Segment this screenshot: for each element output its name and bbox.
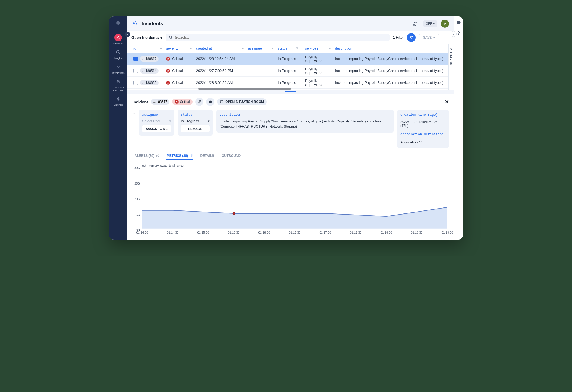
status-select[interactable]: In Progress▾ [181,119,210,123]
svg-point-6 [117,80,120,83]
correlation-link[interactable]: Application [400,140,446,145]
tab-details[interactable]: DETAILS [200,152,214,160]
col-severity[interactable]: severity [166,46,178,50]
status-label: status [181,113,210,117]
chart-title: host_memory_swap_total_bytes [141,164,184,167]
page-title: Incidents [142,21,163,27]
creation-value: 2022/11/28 12:54:24 AM (17h) [400,120,446,128]
creation-label: creation time (age) [400,113,446,117]
col-services[interactable]: services [305,46,318,50]
col-created[interactable]: created at [196,46,212,50]
collapse-right-rail-button[interactable]: ‹ [451,31,457,37]
table-header-row: id≡ severity≡ created at≡ assignee≡ stat… [127,44,454,53]
incidents-table: id≡ severity≡ created at≡ assignee≡ stat… [127,44,454,90]
search-input[interactable] [175,35,386,39]
horizontal-scrollbar[interactable] [198,88,291,90]
view-selector[interactable]: Open Incidents▾ [131,35,162,40]
close-detail-button[interactable]: ✕ [445,99,449,105]
svg-point-8 [133,22,135,24]
list-toolbar: Open Incidents▾ 1 Filter SAVE▾ ⋮ [127,31,454,44]
incidents-brand-icon [132,20,138,27]
svg-point-12 [220,100,221,101]
search-box[interactable] [166,34,390,41]
col-description[interactable]: description [335,46,352,50]
refresh-button[interactable] [411,19,420,28]
description-card: description Incident impacting Payroll, … [216,110,394,133]
resolve-button[interactable]: RESOLVE [181,125,210,132]
filters-side-tab[interactable]: FILTERS [448,44,454,90]
link-button[interactable] [195,98,203,106]
nav-item-insights[interactable]: Insights [112,47,124,62]
nav-item-correlate[interactable]: Correlate &Automate [112,76,124,94]
left-nav-rail: › IncidentsInsightsIntegrationsCorrelate… [109,16,127,240]
col-id[interactable]: id [133,46,136,50]
more-menu-button[interactable]: ⋮ [442,34,450,41]
incident-detail-panel: Incident …188617 ✕Critical OPEN SITUATIO… [127,94,454,240]
search-icon [169,36,173,39]
filter-button[interactable] [407,33,416,42]
brand-logo-icon [115,20,121,26]
nav-item-integrations[interactable]: Integrations [112,62,124,76]
topbar: Incidents OFF ▾ P [127,16,454,31]
svg-point-15 [223,103,223,103]
status-card: status In Progress▾ RESOLVE [178,110,213,136]
assignee-card: assignee Select User▾ ASSIGN TO ME [139,110,174,136]
svg-point-14 [220,103,221,103]
svg-point-9 [135,21,136,22]
detail-title: Incident [132,100,148,104]
svg-point-10 [136,23,137,24]
svg-point-7 [118,81,119,82]
tab-alerts[interactable]: ALERTS (39) [134,152,160,160]
save-view-button[interactable]: SAVE▾ [419,34,439,41]
svg-point-2 [118,38,120,39]
meta-card: creation time (age) 2022/11/28 12:54:24 … [397,110,449,148]
detail-severity-chip: ✕Critical [172,99,193,105]
help-icon[interactable]: ? [457,31,460,36]
autorefresh-toggle[interactable]: OFF ▾ [423,20,437,27]
expand-rail-button[interactable]: › [125,32,130,37]
svg-point-13 [223,100,223,101]
panel-resize-handle[interactable] [127,90,454,93]
description-text: Incident impacting Payroll, SupplyChain … [220,119,391,129]
chat-icon[interactable] [456,20,461,26]
row-checkbox[interactable] [133,69,138,73]
right-aux-rail: ? [454,16,463,240]
description-label: description [220,113,391,117]
correlation-label: correlation definition [400,133,446,136]
detail-tabs: ALERTS (39)METRICS (38)DETAILSOUTBOUND [132,152,449,160]
row-checkbox[interactable] [133,81,138,85]
assignee-label: assignee [142,113,171,117]
table-row[interactable]: …188655✕Critical2022/11/28 3:01:52 AMIn … [127,77,454,89]
table-row[interactable]: …188514✕Critical2022/11/27 7:00:52 PMIn … [127,65,454,77]
svg-point-11 [169,36,172,38]
filter-count-label: 1 Filter [393,35,404,39]
comment-button[interactable] [206,98,214,106]
nav-item-settings[interactable]: Settings [112,93,124,108]
collapse-detail-button[interactable]: ⌄ [132,110,136,115]
id-chip: …188514 [140,68,159,74]
col-status[interactable]: status [278,46,287,50]
open-situation-room-button[interactable]: OPEN SITUATION ROOM [217,98,267,105]
row-checkbox[interactable]: ✓ [133,57,138,61]
critical-icon: ✕ [166,69,170,73]
nav-item-incidents[interactable]: Incidents [112,32,124,47]
table-row[interactable]: ✓…188617✕Critical2022/11/28 12:54:24 AMI… [127,53,454,65]
metrics-chart[interactable]: host_memory_swap_total_bytes 30G25G20G15… [132,164,449,236]
critical-icon: ✕ [166,57,170,61]
assignee-select[interactable]: Select User▾ [142,119,171,123]
user-avatar[interactable]: P [441,20,449,28]
critical-icon: ✕ [166,81,170,85]
svg-point-1 [118,36,119,37]
assign-to-me-button[interactable]: ASSIGN TO ME [142,125,171,132]
tab-metrics[interactable]: METRICS (38) [166,152,193,160]
id-chip: …188655 [140,80,159,85]
detail-id-chip: …188617 [151,99,169,105]
col-assignee[interactable]: assignee [248,46,262,50]
svg-point-0 [117,37,118,38]
id-chip: …188617 [140,56,159,62]
tab-outbound[interactable]: OUTBOUND [221,152,241,160]
